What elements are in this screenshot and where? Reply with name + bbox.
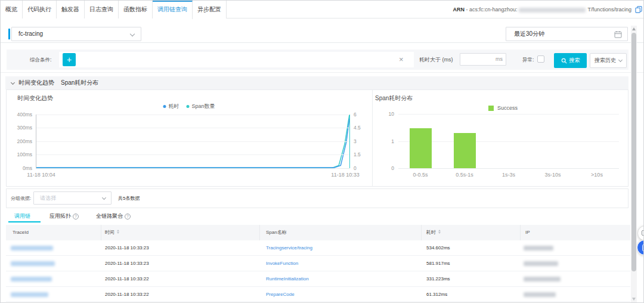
cell-duration: 534.602ms bbox=[426, 240, 450, 256]
tab-code-execution[interactable]: 代码执行 bbox=[23, 1, 57, 18]
cell-time: 2020-11-18 10:33:23 bbox=[105, 256, 149, 271]
tab-async-config[interactable]: 异步配置 bbox=[193, 1, 227, 18]
cell-duration: 61.312ms bbox=[426, 287, 447, 302]
cell-time: 2020-11-18 10:33:22 bbox=[105, 271, 149, 287]
ms-suffix: ms bbox=[496, 56, 503, 62]
result-count: 共5条数据 bbox=[118, 188, 140, 208]
active-tab-underline bbox=[8, 221, 41, 222]
time-range-value: 最近30分钟 bbox=[514, 30, 544, 37]
col-divider bbox=[520, 225, 521, 240]
section-title-span-dist: Span耗时分布 bbox=[61, 76, 98, 89]
search-history-label: 搜索历史 bbox=[595, 57, 616, 64]
function-select[interactable]: fc-tracing bbox=[11, 27, 141, 41]
cell-span-link[interactable]: InvokeFunction bbox=[266, 256, 298, 271]
grouping-placeholder: 请选择 bbox=[40, 195, 56, 201]
arn-separator: - bbox=[465, 7, 469, 13]
arn-suffix: T/functions/tracing bbox=[587, 7, 631, 13]
scrollbar-thumb[interactable] bbox=[631, 33, 636, 271]
grouping-label: 分组依据: bbox=[11, 188, 31, 208]
scroll-up-arrow[interactable] bbox=[632, 27, 636, 30]
tab-triggers[interactable]: 触发器 bbox=[57, 1, 85, 18]
tab-function-metrics[interactable]: 函数指标 bbox=[119, 1, 153, 18]
chart-divider bbox=[372, 90, 373, 186]
cell-span-link[interactable]: RuntimeInitialization bbox=[266, 271, 309, 287]
traceid-redacted[interactable] bbox=[11, 261, 55, 266]
charts-panel bbox=[6, 89, 628, 187]
ip-redacted bbox=[524, 292, 556, 297]
help-icon[interactable]: ? bbox=[73, 214, 79, 219]
arn-redacted-blur bbox=[519, 8, 586, 13]
tab-full-link-agg-label: 全链路聚合 bbox=[96, 213, 123, 219]
survey-button[interactable] bbox=[637, 240, 644, 255]
tab-trace-query[interactable]: 调用链查询 bbox=[153, 1, 193, 19]
help-icon[interactable]: ? bbox=[125, 214, 131, 219]
search-button-label: 搜索 bbox=[569, 57, 580, 64]
scroll-down-arrow[interactable] bbox=[632, 298, 636, 301]
col-divider bbox=[259, 225, 260, 240]
bar-chart-title: Span耗时分布 bbox=[375, 94, 413, 103]
divider bbox=[1, 72, 644, 73]
grouping-select[interactable]: 请选择 bbox=[33, 191, 112, 205]
tab-overview[interactable]: 概览 bbox=[1, 1, 23, 18]
traceid-redacted[interactable] bbox=[11, 277, 52, 282]
trend-section-header[interactable] bbox=[5, 76, 628, 89]
condition-label: 综合条件: bbox=[30, 50, 51, 70]
section-title-trend: 时间变化趋势 bbox=[18, 76, 54, 89]
exception-checkbox[interactable] bbox=[537, 55, 544, 63]
sort-icon[interactable] bbox=[438, 230, 441, 234]
ip-redacted bbox=[524, 261, 558, 266]
col-duration[interactable]: 耗时 bbox=[426, 225, 441, 240]
chevron-down-icon bbox=[102, 196, 106, 200]
tab-app-topology-label: 应用拓扑 bbox=[49, 213, 71, 219]
tab-log-query[interactable]: 日志查询 bbox=[85, 1, 119, 18]
condition-input[interactable] bbox=[59, 52, 414, 67]
table-row[interactable]: 2020-11-18 10:33:22 RuntimeInitializatio… bbox=[6, 271, 630, 287]
traceid-redacted[interactable] bbox=[11, 292, 48, 297]
col-divider bbox=[421, 225, 422, 240]
add-condition-button[interactable]: + bbox=[63, 53, 76, 66]
copy-icon[interactable] bbox=[635, 6, 642, 13]
sort-icon[interactable] bbox=[117, 230, 119, 234]
ip-redacted bbox=[524, 246, 553, 251]
table-row[interactable]: 2020-11-18 10:33:23 Tracingservice/traci… bbox=[6, 240, 630, 256]
function-select-accent bbox=[8, 29, 10, 39]
line-chart-title: 时间变化趋势 bbox=[17, 94, 53, 103]
cell-duration: 581.917ms bbox=[426, 256, 450, 271]
col-span-name: Span名称 bbox=[266, 225, 287, 240]
cell-span-link[interactable]: Tracingservice/tracing bbox=[266, 240, 312, 256]
col-time[interactable]: 时间 bbox=[105, 225, 119, 240]
tab-full-link-agg[interactable]: 全链路聚合? bbox=[96, 210, 131, 222]
col-traceid: TraceId bbox=[13, 225, 29, 240]
duration-input[interactable]: ms bbox=[460, 53, 506, 66]
divider bbox=[1, 42, 644, 43]
table-row[interactable]: 2020-11-18 10:33:23 InvokeFunction 581.9… bbox=[6, 256, 630, 271]
exception-label: 异常: bbox=[522, 50, 534, 70]
cell-time: 2020-11-18 10:33:22 bbox=[105, 287, 149, 302]
traceid-redacted[interactable] bbox=[11, 246, 53, 251]
calendar-icon bbox=[614, 30, 622, 38]
plus-icon: + bbox=[67, 55, 72, 64]
tab-trace-list[interactable]: 调用链 bbox=[14, 210, 30, 222]
ip-redacted bbox=[524, 277, 561, 282]
arn-display: ARN - acs:fc:cn-hangzhou:T/functions/tra… bbox=[453, 1, 631, 18]
function-compute-tracing-page: 概览 代码执行 触发器 日志查询 函数指标 调用链查询 异步配置 ARN - a… bbox=[0, 0, 644, 303]
time-range-picker[interactable]: 最近30分钟 bbox=[506, 27, 628, 41]
duration-label: 耗时大于 (ms) bbox=[419, 50, 453, 70]
col-divider bbox=[101, 225, 101, 240]
search-history-button[interactable]: 搜索历史 bbox=[590, 53, 627, 68]
table-row[interactable]: 2020-11-18 10:33:22 PrepareCode 61.312ms bbox=[6, 287, 630, 302]
function-select-value: fc-tracing bbox=[18, 30, 43, 37]
chevron-down-icon bbox=[130, 32, 135, 36]
tab-app-topology[interactable]: 应用拓扑? bbox=[49, 210, 79, 222]
clear-icon[interactable]: × bbox=[399, 50, 404, 70]
search-button[interactable]: 搜索 bbox=[554, 53, 587, 68]
cell-span-link[interactable]: PrepareCode bbox=[266, 287, 295, 302]
cell-duration: 331.223ms bbox=[426, 271, 450, 287]
search-icon bbox=[561, 58, 567, 64]
arn-prefix: acs:fc:cn-hangzhou: bbox=[469, 7, 518, 13]
feedback-icon bbox=[642, 230, 644, 237]
feedback-button[interactable] bbox=[637, 225, 644, 241]
cell-time: 2020-11-18 10:33:23 bbox=[105, 240, 149, 256]
col-ip: IP bbox=[525, 225, 530, 240]
arn-label: ARN bbox=[453, 7, 465, 13]
